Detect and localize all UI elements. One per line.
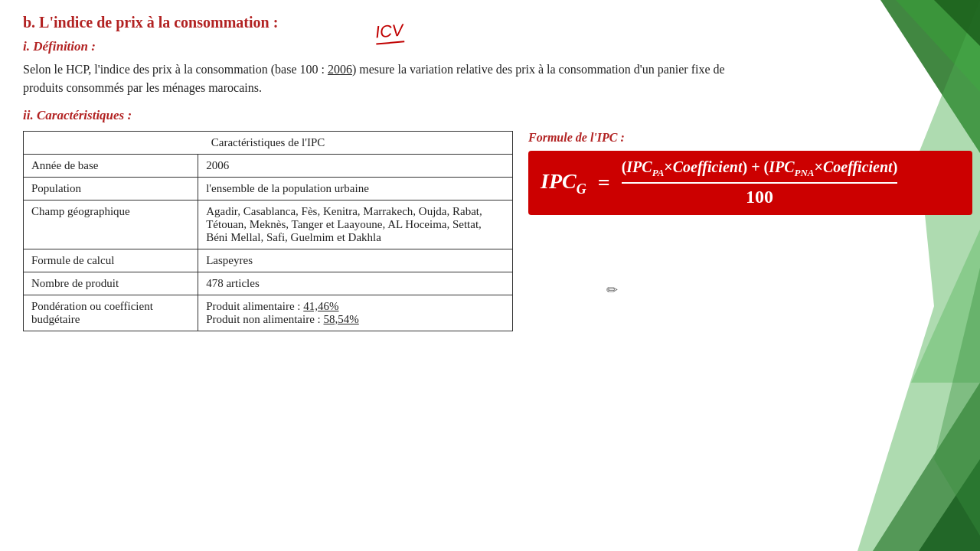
row-value-population: l'ensemble de la population urbaine xyxy=(198,178,513,201)
formula-area: Formule de l'IPC : IPCG = (IPCPA×Coeffic… xyxy=(528,131,758,215)
table-row: Pondération ou coefficient budgétaire Pr… xyxy=(24,295,513,331)
row-label-champ: Champ géographique xyxy=(24,201,198,249)
svg-marker-0 xyxy=(880,0,980,153)
pencil-icon: ✏ xyxy=(606,282,618,298)
formula-box: IPCG = (IPCPA×Coefficient) + (IPCPNA×Coe… xyxy=(528,151,972,215)
row-label-annee: Année de base xyxy=(24,155,198,178)
year-underline: 2006 xyxy=(328,63,352,76)
svg-marker-4 xyxy=(873,383,980,551)
icv-annotation: ICV xyxy=(374,20,404,42)
formula-eq: = xyxy=(593,171,616,195)
subsection-ii-label: ii. Caractéristiques : xyxy=(23,108,758,123)
row-value-ponderation: Produit alimentaire : 41,46% Produit non… xyxy=(198,295,513,331)
svg-marker-7 xyxy=(934,268,980,536)
main-layout: Caractéristiques de l'IPC Année de base … xyxy=(23,131,758,331)
table-row: Année de base 2006 xyxy=(24,155,513,178)
formula-denominator: 100 xyxy=(746,184,773,207)
table-row: Nombre de produit 478 articles xyxy=(24,272,513,295)
row-label-population: Population xyxy=(24,178,198,201)
svg-marker-3 xyxy=(934,0,980,46)
ipc-characteristics-table: Caractéristiques de l'IPC Année de base … xyxy=(23,131,513,331)
table-row: Formule de calcul Laspeyres xyxy=(24,249,513,272)
formula-rhs: (IPCPA×Coefficient) + (IPCPNA×Coefficien… xyxy=(622,158,898,207)
icv-text: ICV xyxy=(374,20,404,44)
formula-numerator: (IPCPA×Coefficient) + (IPCPNA×Coefficien… xyxy=(622,158,898,184)
body-text: Selon le HCP, l'indice des prix à la con… xyxy=(23,60,758,97)
row-label-ponderation: Pondération ou coefficient budgétaire xyxy=(24,295,198,331)
svg-marker-6 xyxy=(911,230,980,383)
row-value-annee: 2006 xyxy=(198,155,513,178)
svg-marker-2 xyxy=(858,0,980,551)
row-label-formule: Formule de calcul xyxy=(24,249,198,272)
formula-lhs: IPCG xyxy=(541,169,586,197)
row-value-formule: Laspeyres xyxy=(198,249,513,272)
formula-label: Formule de l'IPC : xyxy=(528,131,625,145)
table-row: Champ géographique Agadir, Casablanca, F… xyxy=(24,201,513,249)
row-value-champ: Agadir, Casablanca, Fès, Kenitra, Marrak… xyxy=(198,201,513,249)
svg-marker-5 xyxy=(919,459,980,551)
row-label-nombre: Nombre de produit xyxy=(24,272,198,295)
row-value-nombre: 478 articles xyxy=(198,272,513,295)
val-alimentaire: 41,46% xyxy=(303,300,338,312)
svg-marker-1 xyxy=(896,0,980,92)
table-row: Population l'ensemble de la population u… xyxy=(24,178,513,201)
table-header: Caractéristiques de l'IPC xyxy=(24,132,513,155)
val-non-alimentaire: 58,54% xyxy=(324,313,359,325)
